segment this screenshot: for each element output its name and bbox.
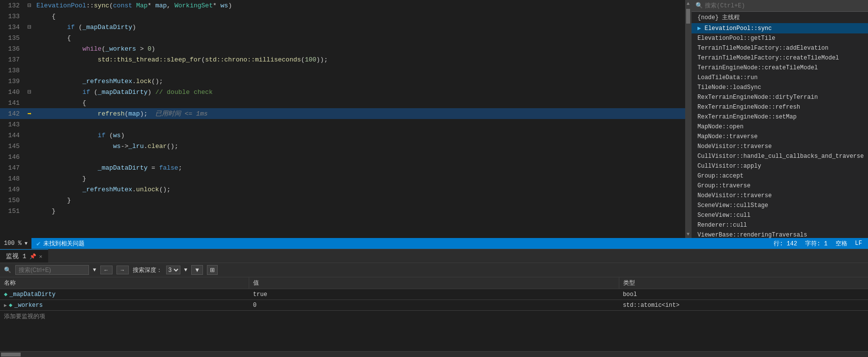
callstack-panel: 🔍 {node} 主线程ElevationPool::syncElevation…: [691, 0, 868, 238]
table-row: 136 while(_workers > 0): [0, 43, 685, 54]
table-row: 142 ➡ refresh(map); 已用时间 <= 1ms: [0, 108, 685, 119]
callstack-search-input[interactable]: [705, 2, 864, 9]
callstack-item[interactable]: NodeVisitor::traverse: [692, 191, 868, 201]
table-row: 147 _mapDataDirty = false;: [0, 162, 685, 173]
depth-dropdown-icon[interactable]: ▼: [184, 267, 188, 273]
table-row: 143: [0, 119, 685, 130]
watch-val-cell: 0: [249, 300, 619, 310]
table-row: 145 ws->_lru.clear();: [0, 141, 685, 151]
callstack-item[interactable]: Renderer::cull: [692, 220, 868, 230]
callstack-item[interactable]: RexTerrainEngineNode::dirtyTerrain: [692, 92, 868, 102]
status-right: 行: 142 字符: 1 空格 LF: [768, 238, 868, 249]
scroll-track[interactable]: [686, 6, 690, 232]
status-center: ✔ 未找到相关问题: [31, 238, 768, 249]
callstack-item[interactable]: LoadTileData::run: [692, 73, 868, 83]
bottom-scrollbar[interactable]: [0, 351, 868, 357]
filter-button[interactable]: ▼: [191, 265, 203, 275]
callstack-item[interactable]: TerrainEngineNode::createTileModel: [692, 63, 868, 73]
table-row: 150 }: [0, 195, 685, 206]
watch-search-input[interactable]: [15, 265, 89, 275]
col-name-header: 名称: [0, 277, 249, 289]
status-bar: 100 % ▼ ✔ 未找到相关问题 行: 142 字符: 1 空格 LF: [0, 238, 868, 249]
scroll-thumb[interactable]: [686, 9, 690, 24]
col-type-header: 类型: [619, 277, 868, 289]
table-row: 144 if (ws): [0, 130, 685, 141]
watch-name-cell: ▶ ◆ _workers: [0, 300, 249, 310]
var-icon: ◆: [4, 291, 7, 298]
space-info: 空格: [836, 239, 847, 248]
back-button[interactable]: ←: [100, 266, 113, 274]
editor-scrollbar[interactable]: ▲ ▼: [685, 0, 691, 238]
callstack-item[interactable]: ViewerBase::renderingTraversals: [692, 230, 868, 238]
code-content: 132 ⊟ ElevationPool::sync(const Map* map…: [0, 0, 685, 238]
depth-label: 搜索深度：: [133, 266, 162, 274]
callstack-item[interactable]: TerrainTileModelFactory::createTileModel: [692, 53, 868, 63]
search-dropdown-icon[interactable]: ▼: [93, 267, 96, 273]
callstack-item[interactable]: TerrainTileModelFactory::addElevation: [692, 43, 868, 53]
callstack-item[interactable]: ElevationPool::getTile: [692, 33, 868, 43]
var-icon: ◆: [9, 301, 12, 309]
callstack-item[interactable]: RexTerrainEngineNode::refresh: [692, 102, 868, 112]
expand-icon[interactable]: ▶: [4, 302, 7, 308]
depth-select[interactable]: 3 1 2 4 5: [166, 266, 180, 274]
callstack-item[interactable]: SceneView::cullStage: [692, 201, 868, 210]
watch-table-header: 名称 值 类型: [0, 277, 868, 289]
watch-name-cell: ◆ _mapDataDirty: [0, 289, 249, 299]
pin-icon[interactable]: 📌: [29, 253, 36, 260]
code-lines: 132 ⊟ ElevationPool::sync(const Map* map…: [0, 0, 685, 216]
tab-watch1[interactable]: 监视 1 📌 ✕: [0, 249, 48, 263]
table-row: 138: [0, 65, 685, 76]
table-row: 140 ⊟ if (_mapDataDirty) // double check: [0, 87, 685, 97]
table-row: 141 {: [0, 97, 685, 108]
callstack-items: {node} 主线程ElevationPool::syncElevationPo…: [692, 12, 868, 238]
bottom-panel: 监视 1 📌 ✕ 🔍 ▼ ← → 搜索深度： 3 1 2 4 5 ▼ ▼ ⊞: [0, 249, 868, 357]
scroll-down-button[interactable]: ▼: [687, 232, 690, 237]
row-info: 行: 142: [774, 239, 797, 248]
table-row: 132 ⊟ ElevationPool::sync(const Map* map…: [0, 0, 685, 11]
callstack-item[interactable]: Group::accept: [692, 171, 868, 181]
table-row: 151 }: [0, 206, 685, 216]
watch-type-cell: bool: [619, 290, 868, 299]
callstack-item[interactable]: {node} 主线程: [692, 12, 868, 23]
col-info: 字符: 1: [805, 239, 828, 248]
callstack-item[interactable]: Group::traverse: [692, 181, 868, 191]
callstack-item[interactable]: TileNode::loadSync: [692, 83, 868, 92]
main-container: 132 ⊟ ElevationPool::sync(const Map* map…: [0, 0, 868, 357]
search-icon: 🔍: [4, 267, 11, 274]
zoom-dropdown-icon[interactable]: ▼: [25, 241, 28, 246]
callstack-item[interactable]: CullVisitor::apply: [692, 161, 868, 171]
table-row: 134 ⊟ if (_mapDataDirty): [0, 22, 685, 32]
add-watch-item[interactable]: 添加要监视的项: [0, 311, 868, 322]
table-row: 139 _refreshMutex.lock();: [0, 76, 685, 87]
encoding-info: LF: [855, 240, 862, 247]
callstack-item[interactable]: MapNode::traverse: [692, 132, 868, 142]
forward-button[interactable]: →: [116, 266, 129, 274]
search-icon: 🔍: [695, 2, 703, 9]
close-icon[interactable]: ✕: [39, 253, 43, 260]
status-left: 100 % ▼: [0, 238, 31, 249]
table-row: 146: [0, 151, 685, 162]
tab-watch1-label: 监视 1: [6, 252, 27, 261]
ok-icon: ✔: [36, 239, 40, 248]
table-row: ◆ _mapDataDirty true bool: [0, 289, 868, 300]
callstack-item[interactable]: SceneView::cull: [692, 210, 868, 220]
watch-toolbar: 🔍 ▼ ← → 搜索深度： 3 1 2 4 5 ▼ ▼ ⊞: [0, 263, 868, 277]
scroll-up-button[interactable]: ▲: [687, 1, 690, 6]
grid-button[interactable]: ⊞: [207, 265, 218, 275]
table-row: ▶ ◆ _workers 0 std::atomic<int>: [0, 300, 868, 311]
watch-type-cell: std::atomic<int>: [619, 300, 868, 310]
table-row: 148 }: [0, 173, 685, 184]
watch-val-cell: true: [249, 290, 619, 299]
callstack-item[interactable]: MapNode::open: [692, 122, 868, 132]
table-row: 135 {: [0, 32, 685, 43]
callstack-item[interactable]: RexTerrainEngineNode::setMap: [692, 112, 868, 122]
code-panel: 132 ⊟ ElevationPool::sync(const Map* map…: [0, 0, 685, 238]
callstack-item[interactable]: NodeVisitor::traverse: [692, 142, 868, 151]
col-val-header: 值: [249, 277, 619, 289]
panel-tabs: 监视 1 📌 ✕: [0, 249, 868, 263]
callstack-item[interactable]: CullVisitor::handle_cull_callbacks_and_t…: [692, 151, 868, 161]
table-row: 137 std::this_thread::sleep_for(std::chr…: [0, 54, 685, 65]
bottom-scroll-thumb[interactable]: [1, 353, 21, 357]
editor-area: 132 ⊟ ElevationPool::sync(const Map* map…: [0, 0, 868, 238]
callstack-item[interactable]: ElevationPool::sync: [692, 23, 868, 33]
